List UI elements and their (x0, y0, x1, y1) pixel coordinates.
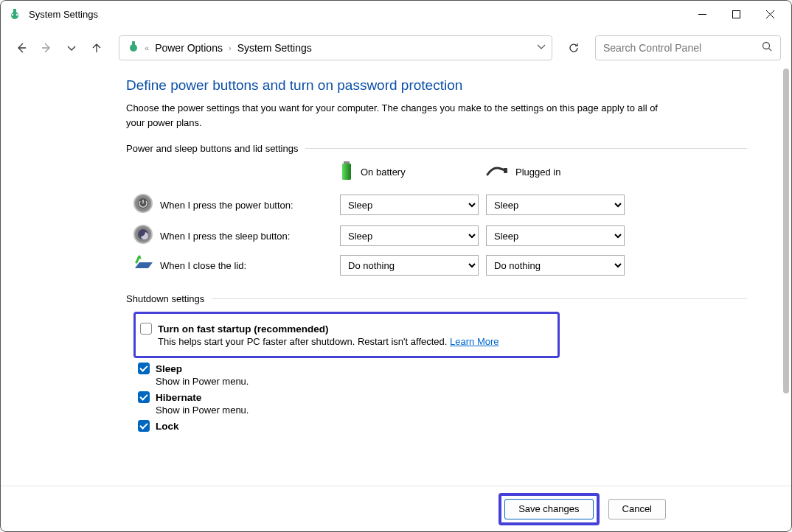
sleep-button-plugged-select[interactable]: Sleep (486, 225, 625, 246)
lock-checkbox[interactable] (138, 420, 150, 432)
power-button-icon (133, 193, 153, 217)
control-panel-icon (127, 40, 140, 56)
power-button-battery-select[interactable]: Sleep (340, 195, 479, 215)
minimize-button[interactable] (685, 3, 719, 25)
fast-startup-highlight: Turn on fast startup (recommended) This … (133, 312, 560, 358)
svg-rect-16 (342, 164, 351, 180)
search-box[interactable] (595, 35, 781, 60)
hibernate-desc: Show in Power menu. (156, 405, 747, 416)
section-shutdown: Shutdown settings (126, 293, 747, 304)
toolbar: « Power Options › System Settings (1, 27, 791, 69)
column-headers: On battery Plugged in (126, 161, 747, 183)
lid-battery-select[interactable]: Do nothing (340, 255, 479, 276)
up-button[interactable] (86, 38, 107, 58)
lock-label: Lock (156, 421, 179, 432)
learn-more-link[interactable]: Learn More (450, 336, 499, 347)
power-button-label: When I press the power button: (160, 200, 340, 211)
maximize-button[interactable] (719, 3, 753, 25)
lid-row: When I close the lid: Do nothing Do noth… (126, 255, 747, 276)
window-title: System Settings (29, 9, 98, 20)
sleep-label: Sleep (156, 363, 182, 374)
svg-line-13 (769, 49, 772, 52)
sleep-checkbox[interactable] (138, 363, 150, 374)
svg-rect-14 (344, 161, 350, 164)
scrollbar[interactable] (782, 69, 790, 486)
close-button[interactable] (753, 3, 787, 25)
hibernate-label: Hibernate (156, 392, 201, 403)
address-dropdown-icon[interactable] (535, 41, 547, 55)
svg-rect-11 (132, 41, 135, 45)
section-label: Shutdown settings (126, 293, 204, 304)
fast-startup-checkbox[interactable] (140, 323, 152, 335)
breadcrumb-power-options[interactable]: Power Options (150, 41, 227, 55)
sleep-button-icon (133, 224, 153, 248)
section-label: Power and sleep buttons and lid settings (126, 143, 298, 154)
lid-icon (132, 255, 154, 276)
address-bar[interactable]: « Power Options › System Settings (119, 35, 552, 60)
breadcrumb-system-settings[interactable]: System Settings (233, 41, 316, 55)
svg-point-10 (130, 44, 137, 52)
titlebar: System Settings (1, 1, 791, 27)
fast-startup-desc: This helps start your PC faster after sh… (158, 336, 555, 347)
svg-point-2 (12, 14, 13, 15)
power-button-plugged-select[interactable]: Sleep (486, 195, 625, 215)
sleep-button-battery-select[interactable]: Sleep (340, 225, 479, 246)
battery-icon (340, 161, 353, 183)
plugged-in-label: Plugged in (515, 167, 560, 178)
svg-rect-17 (504, 168, 507, 173)
fast-startup-label: Turn on fast startup (recommended) (158, 323, 329, 335)
page-title: Define power buttons and turn on passwor… (126, 77, 747, 94)
hibernate-checkbox[interactable] (138, 391, 150, 403)
lid-label: When I close the lid: (160, 260, 340, 271)
page-description: Choose the power settings that you want … (126, 101, 672, 130)
recent-dropdown[interactable] (61, 38, 82, 58)
lid-plugged-select[interactable]: Do nothing (486, 255, 625, 276)
search-icon[interactable] (761, 41, 773, 55)
content-area: Define power buttons and turn on passwor… (1, 69, 791, 432)
sleep-item: Sleep Show in Power menu. (138, 363, 747, 387)
cancel-button[interactable]: Cancel (608, 499, 666, 519)
save-button-highlight: Save changes (499, 493, 599, 525)
refresh-button[interactable] (561, 35, 586, 60)
app-icon (8, 7, 21, 21)
plug-icon (486, 164, 508, 180)
fast-startup-item: Turn on fast startup (recommended) This … (140, 323, 555, 347)
search-input[interactable] (603, 42, 761, 54)
hibernate-item: Hibernate Show in Power menu. (138, 391, 747, 416)
chevron-right-icon: › (227, 43, 233, 52)
on-battery-label: On battery (361, 167, 406, 178)
svg-point-12 (763, 43, 770, 49)
sleep-button-label: When I press the sleep button: (160, 231, 340, 242)
back-button[interactable] (11, 38, 32, 58)
breadcrumb-prev-icon[interactable]: « (143, 43, 150, 52)
svg-rect-5 (732, 10, 740, 18)
svg-point-3 (16, 14, 18, 15)
power-button-row: When I press the power button: Sleep Sle… (126, 193, 747, 217)
sleep-desc: Show in Power menu. (156, 376, 747, 387)
sleep-button-row: When I press the sleep button: Sleep Sle… (126, 224, 747, 248)
svg-rect-1 (13, 9, 16, 13)
section-power-buttons: Power and sleep buttons and lid settings (126, 143, 747, 154)
lock-item: Lock (138, 420, 747, 432)
scrollbar-thumb[interactable] (783, 69, 789, 393)
forward-button[interactable] (36, 38, 57, 58)
footer: Save changes Cancel (1, 486, 791, 531)
save-button[interactable]: Save changes (504, 499, 593, 519)
